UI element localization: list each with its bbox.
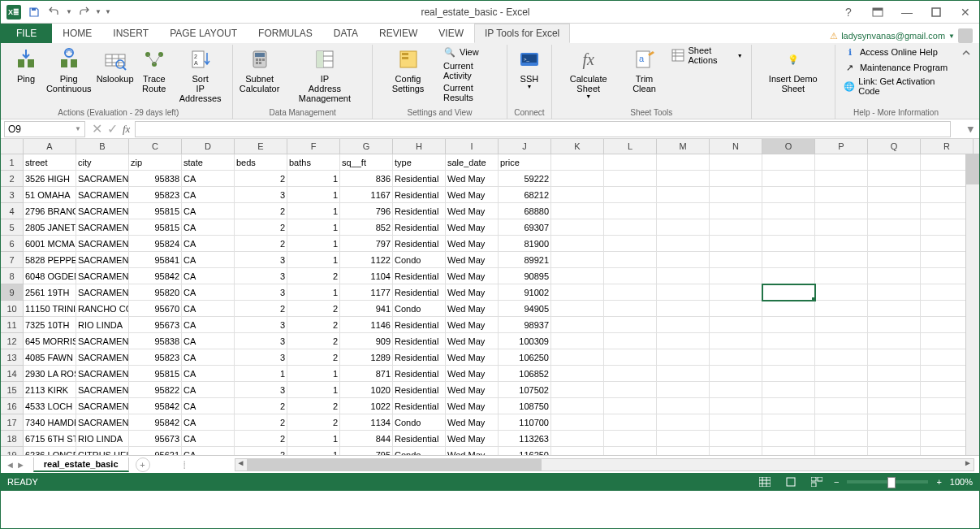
cell[interactable] <box>815 301 868 317</box>
cell[interactable] <box>710 414 762 431</box>
cell[interactable] <box>657 284 710 301</box>
undo-icon[interactable] <box>45 3 64 21</box>
cell[interactable] <box>604 382 657 398</box>
cell[interactable]: Condo <box>393 447 446 455</box>
cell[interactable]: Residential <box>393 171 446 187</box>
cell[interactable] <box>604 414 657 431</box>
cell[interactable] <box>868 268 921 284</box>
cell[interactable]: SACRAMENTO <box>76 171 129 187</box>
save-icon[interactable] <box>24 3 44 21</box>
cell[interactable]: 1 <box>235 366 287 382</box>
cell[interactable]: type <box>393 154 446 171</box>
cell[interactable] <box>604 236 657 252</box>
cell[interactable]: SACRAMENTO <box>76 349 129 366</box>
cell[interactable] <box>868 171 921 187</box>
cell[interactable] <box>551 414 604 431</box>
add-sheet-icon[interactable]: + <box>136 457 150 472</box>
cell[interactable]: Wed May <box>446 398 499 414</box>
sheet-actions-button[interactable]: Sheet Actions▼ <box>668 45 745 66</box>
cell[interactable] <box>815 317 868 333</box>
cell[interactable]: CA <box>182 333 235 349</box>
cell[interactable] <box>657 301 710 317</box>
cell[interactable]: Residential <box>393 187 446 203</box>
calculate-sheet-button[interactable]: fx Calculate Sheet▼ <box>557 45 620 101</box>
cell[interactable]: CA <box>182 349 235 366</box>
cell[interactable] <box>551 219 604 236</box>
cell[interactable]: Residential <box>393 317 446 333</box>
cell[interactable]: 844 <box>340 431 393 447</box>
cell[interactable] <box>551 382 604 398</box>
cell[interactable]: baths <box>287 154 340 171</box>
select-all-corner[interactable] <box>1 139 24 154</box>
cell[interactable] <box>815 284 868 301</box>
cell[interactable]: 1 <box>287 382 340 398</box>
cell[interactable]: Residential <box>393 431 446 447</box>
current-activity-button[interactable]: Current Activity <box>440 60 502 81</box>
row-header[interactable]: 4 <box>1 203 24 219</box>
undo-dropdown-icon[interactable]: ▼ <box>65 3 73 21</box>
help-icon[interactable]: ? <box>838 4 859 20</box>
cell[interactable]: Wed May <box>446 349 499 366</box>
row-header[interactable]: 5 <box>1 219 24 236</box>
page-layout-view-icon[interactable] <box>782 475 800 489</box>
cell[interactable]: 2 <box>287 317 340 333</box>
cell[interactable]: 95822 <box>129 382 182 398</box>
row-header[interactable]: 2 <box>1 171 24 187</box>
cell[interactable]: 1 <box>287 284 340 301</box>
cell[interactable]: Residential <box>393 268 446 284</box>
cell[interactable]: beds <box>235 154 287 171</box>
cell[interactable] <box>551 349 604 366</box>
cell[interactable]: 6001 MCMAHON <box>24 236 76 252</box>
cell[interactable] <box>762 154 815 171</box>
nslookup-button[interactable]: Nslookup <box>94 45 135 85</box>
cell[interactable] <box>710 171 762 187</box>
cell[interactable]: 95820 <box>129 284 182 301</box>
cell[interactable]: Condo <box>393 414 446 431</box>
cell[interactable]: 98937 <box>499 317 551 333</box>
cell[interactable]: CA <box>182 414 235 431</box>
column-header[interactable]: B <box>76 139 129 154</box>
row-header[interactable]: 9 <box>1 284 24 301</box>
cell[interactable]: Wed May <box>446 447 499 455</box>
cell[interactable]: 69307 <box>499 219 551 236</box>
cell[interactable] <box>551 268 604 284</box>
insert-demo-button[interactable]: 💡 Insert Demo Sheet <box>757 45 830 95</box>
cell[interactable]: 2 <box>235 203 287 219</box>
cell[interactable]: SACRAMENTO <box>76 252 129 268</box>
cell[interactable]: 2 <box>287 414 340 431</box>
cell[interactable]: 7340 HAMDEN <box>24 414 76 431</box>
cell[interactable]: Wed May <box>446 301 499 317</box>
row-header[interactable]: 18 <box>1 431 24 447</box>
column-header[interactable]: J <box>499 139 551 154</box>
cell[interactable]: 645 MORRISON <box>24 333 76 349</box>
ribbon-tab-home[interactable]: HOME <box>52 24 102 43</box>
zoom-out-icon[interactable]: − <box>834 477 839 487</box>
column-header[interactable]: C <box>129 139 182 154</box>
row-header[interactable]: 19 <box>1 447 24 455</box>
cell[interactable] <box>657 154 710 171</box>
subnet-calculator-button[interactable]: SubnetCalculator <box>238 45 280 95</box>
cell[interactable] <box>604 333 657 349</box>
cell[interactable] <box>815 447 868 455</box>
cell[interactable]: RIO LINDA <box>76 431 129 447</box>
cell[interactable]: 95842 <box>129 398 182 414</box>
column-header[interactable]: Q <box>868 139 921 154</box>
zoom-level[interactable]: 100% <box>950 477 973 487</box>
cell[interactable]: CA <box>182 268 235 284</box>
zoom-in-icon[interactable]: + <box>936 477 941 487</box>
cell[interactable]: Wed May <box>446 219 499 236</box>
cell[interactable] <box>762 187 815 203</box>
cell[interactable]: 95673 <box>129 431 182 447</box>
cell[interactable]: 3 <box>235 349 287 366</box>
cell[interactable] <box>868 382 921 398</box>
column-header[interactable]: M <box>657 139 710 154</box>
cell[interactable] <box>710 203 762 219</box>
cell[interactable] <box>604 447 657 455</box>
cell[interactable]: zip <box>129 154 182 171</box>
cell[interactable] <box>710 317 762 333</box>
row-header[interactable]: 3 <box>1 187 24 203</box>
cell[interactable]: 4533 LOCH <box>24 398 76 414</box>
cell[interactable]: 1 <box>287 366 340 382</box>
cell[interactable]: 2 <box>287 268 340 284</box>
cell[interactable]: Wed May <box>446 366 499 382</box>
